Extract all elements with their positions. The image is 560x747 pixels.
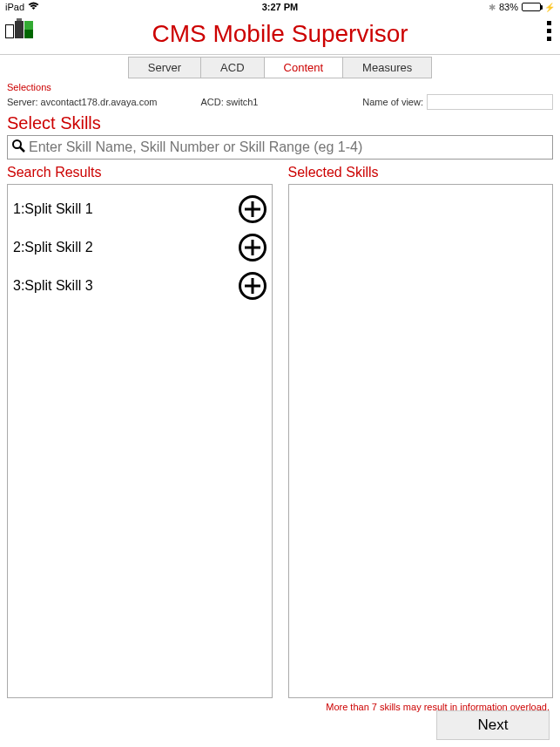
list-item: 2:Split Skill 2: [11, 228, 268, 267]
selected-title: Selected Skills: [288, 165, 554, 180]
status-green-icon: [24, 21, 33, 38]
add-skill-button[interactable]: [239, 195, 267, 223]
skill-label: 2:Split Skill 2: [13, 240, 93, 255]
info-row: Server: avcontact178.dr.avaya.com ACD: s…: [0, 94, 560, 113]
tab-acd[interactable]: ACD: [200, 57, 263, 78]
view-name-input[interactable]: [427, 94, 553, 110]
tab-bar: Server ACD Content Measures: [0, 55, 560, 80]
svg-line-1: [20, 147, 24, 152]
view-name-label: Name of view:: [362, 97, 423, 107]
skill-label: 3:Split Skill 3: [13, 278, 93, 294]
results-title: Search Results: [7, 165, 273, 180]
add-skill-button[interactable]: [239, 272, 267, 300]
battery-pct: 83%: [499, 2, 518, 12]
columns: Search Results 1:Split Skill 1 2:Split S…: [0, 165, 560, 698]
battery-icon: [522, 3, 541, 11]
bluetooth-icon: ✱: [489, 3, 496, 12]
connection-icons: [5, 21, 33, 38]
status-time: 3:27 PM: [262, 2, 299, 12]
device-icon: [5, 24, 14, 38]
search-icon: [11, 139, 25, 156]
selections-label: Selections: [0, 80, 560, 94]
chip-icon: [15, 21, 24, 38]
menu-button[interactable]: [547, 21, 551, 41]
search-box: [7, 135, 553, 160]
list-item: 1:Split Skill 1: [11, 190, 268, 228]
app-header: CMS Mobile Supervisor: [0, 14, 560, 55]
tab-measures[interactable]: Measures: [342, 57, 432, 78]
search-results-column: Search Results 1:Split Skill 1 2:Split S…: [7, 165, 273, 698]
selected-list: [288, 184, 554, 698]
selected-skills-column: Selected Skills: [288, 165, 554, 698]
search-input[interactable]: [29, 139, 549, 155]
carrier-label: iPad: [5, 2, 24, 12]
acd-info: ACD: switch1: [200, 97, 258, 107]
svg-point-0: [13, 140, 21, 148]
wifi-icon: [28, 2, 39, 12]
status-bar: iPad 3:27 PM ✱ 83% ⚡: [0, 0, 560, 14]
results-list: 1:Split Skill 1 2:Split Skill 2 3:Split …: [7, 184, 273, 698]
tab-content[interactable]: Content: [264, 57, 343, 78]
app-title: CMS Mobile Supervisor: [152, 20, 408, 48]
page-title: Select Skills: [0, 113, 560, 133]
charging-icon: ⚡: [544, 3, 555, 12]
tab-server[interactable]: Server: [128, 57, 200, 78]
server-info: Server: avcontact178.dr.avaya.com: [7, 97, 157, 107]
skill-label: 1:Split Skill 1: [13, 201, 93, 217]
next-button[interactable]: Next: [436, 710, 550, 740]
add-skill-button[interactable]: [239, 234, 267, 261]
list-item: 3:Split Skill 3: [11, 267, 268, 305]
